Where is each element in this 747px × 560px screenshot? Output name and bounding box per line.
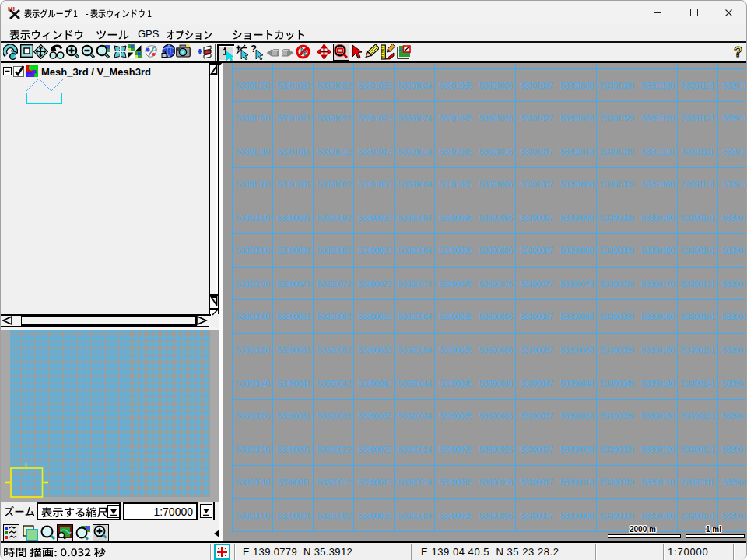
svg-text:?: ? (734, 44, 742, 60)
